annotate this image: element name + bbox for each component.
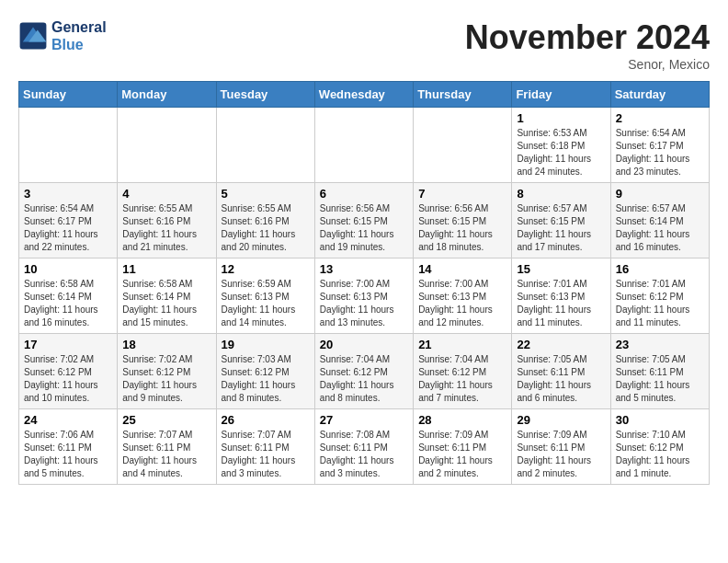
day-number: 8 <box>517 187 605 201</box>
day-number: 17 <box>24 338 112 351</box>
day-number: 10 <box>24 262 112 276</box>
day-info: Sunrise: 7:01 AM Sunset: 6:13 PM Dayligh… <box>517 278 605 329</box>
day-info: Sunrise: 6:58 AM Sunset: 6:14 PM Dayligh… <box>122 278 210 329</box>
day-cell: 1Sunrise: 6:53 AM Sunset: 6:18 PM Daylig… <box>512 108 610 183</box>
day-info: Sunrise: 7:03 AM Sunset: 6:12 PM Dayligh… <box>222 353 310 405</box>
day-cell: 5Sunrise: 6:55 AM Sunset: 6:16 PM Daylig… <box>216 183 314 259</box>
day-info: Sunrise: 7:05 AM Sunset: 6:11 PM Dayligh… <box>517 353 605 405</box>
day-number: 2 <box>616 111 704 125</box>
day-cell: 25Sunrise: 7:07 AM Sunset: 6:11 PM Dayli… <box>118 409 216 485</box>
header-day-wednesday: Wednesday <box>314 82 413 108</box>
day-info: Sunrise: 7:04 AM Sunset: 6:12 PM Dayligh… <box>320 353 408 405</box>
day-number: 3 <box>24 187 112 201</box>
day-number: 24 <box>24 413 112 427</box>
day-cell <box>314 108 413 183</box>
day-number: 28 <box>418 413 506 427</box>
day-info: Sunrise: 6:55 AM Sunset: 6:16 PM Dayligh… <box>222 202 310 254</box>
day-info: Sunrise: 7:10 AM Sunset: 6:12 PM Dayligh… <box>616 429 704 480</box>
title-section: November 2024 Senor, Mexico <box>465 18 710 72</box>
day-cell: 26Sunrise: 7:07 AM Sunset: 6:11 PM Dayli… <box>216 409 314 485</box>
day-info: Sunrise: 6:58 AM Sunset: 6:14 PM Dayligh… <box>24 278 112 329</box>
day-info: Sunrise: 7:07 AM Sunset: 6:11 PM Dayligh… <box>222 429 310 480</box>
day-info: Sunrise: 6:55 AM Sunset: 6:16 PM Dayligh… <box>122 202 210 254</box>
header-day-friday: Friday <box>512 82 610 108</box>
day-number: 22 <box>517 338 605 351</box>
week-row-2: 3Sunrise: 6:54 AM Sunset: 6:17 PM Daylig… <box>19 183 710 259</box>
day-cell <box>216 108 314 183</box>
logo: General Blue <box>18 18 107 53</box>
header-day-monday: Monday <box>118 82 216 108</box>
day-number: 6 <box>320 187 408 201</box>
day-cell: 16Sunrise: 7:01 AM Sunset: 6:12 PM Dayli… <box>610 259 709 334</box>
day-info: Sunrise: 6:57 AM Sunset: 6:14 PM Dayligh… <box>616 202 704 254</box>
day-cell: 7Sunrise: 6:56 AM Sunset: 6:15 PM Daylig… <box>414 183 512 259</box>
day-cell: 18Sunrise: 7:02 AM Sunset: 6:12 PM Dayli… <box>118 334 216 409</box>
day-cell: 10Sunrise: 6:58 AM Sunset: 6:14 PM Dayli… <box>19 259 118 334</box>
week-row-1: 1Sunrise: 6:53 AM Sunset: 6:18 PM Daylig… <box>19 108 710 183</box>
day-cell: 3Sunrise: 6:54 AM Sunset: 6:17 PM Daylig… <box>19 183 118 259</box>
day-number: 27 <box>320 413 408 427</box>
day-info: Sunrise: 7:02 AM Sunset: 6:12 PM Dayligh… <box>122 353 210 405</box>
header-day-tuesday: Tuesday <box>216 82 314 108</box>
day-info: Sunrise: 6:54 AM Sunset: 6:17 PM Dayligh… <box>616 127 704 178</box>
day-cell: 28Sunrise: 7:09 AM Sunset: 6:11 PM Dayli… <box>414 409 512 485</box>
day-cell <box>118 108 216 183</box>
header-day-saturday: Saturday <box>610 82 709 108</box>
page-header: General Blue November 2024 Senor, Mexico <box>18 18 710 72</box>
day-number: 29 <box>517 413 605 427</box>
day-cell: 8Sunrise: 6:57 AM Sunset: 6:15 PM Daylig… <box>512 183 610 259</box>
day-cell: 12Sunrise: 6:59 AM Sunset: 6:13 PM Dayli… <box>216 259 314 334</box>
month-title: November 2024 <box>465 18 710 57</box>
day-number: 23 <box>616 338 704 351</box>
day-info: Sunrise: 6:59 AM Sunset: 6:13 PM Dayligh… <box>222 278 310 329</box>
day-info: Sunrise: 7:00 AM Sunset: 6:13 PM Dayligh… <box>418 278 506 329</box>
day-cell: 4Sunrise: 6:55 AM Sunset: 6:16 PM Daylig… <box>118 183 216 259</box>
day-cell: 14Sunrise: 7:00 AM Sunset: 6:13 PM Dayli… <box>414 259 512 334</box>
day-number: 25 <box>122 413 210 427</box>
day-info: Sunrise: 6:56 AM Sunset: 6:15 PM Dayligh… <box>320 202 408 254</box>
calendar-header: SundayMondayTuesdayWednesdayThursdayFrid… <box>19 82 710 108</box>
day-info: Sunrise: 6:54 AM Sunset: 6:17 PM Dayligh… <box>24 202 112 254</box>
week-row-3: 10Sunrise: 6:58 AM Sunset: 6:14 PM Dayli… <box>19 259 710 334</box>
day-info: Sunrise: 7:05 AM Sunset: 6:11 PM Dayligh… <box>616 353 704 405</box>
logo-icon <box>18 21 48 51</box>
calendar-table: SundayMondayTuesdayWednesdayThursdayFrid… <box>18 81 710 485</box>
day-number: 12 <box>222 262 310 276</box>
day-number: 14 <box>418 262 506 276</box>
day-info: Sunrise: 7:09 AM Sunset: 6:11 PM Dayligh… <box>517 429 605 480</box>
day-number: 13 <box>320 262 408 276</box>
day-cell: 27Sunrise: 7:08 AM Sunset: 6:11 PM Dayli… <box>314 409 413 485</box>
day-info: Sunrise: 7:00 AM Sunset: 6:13 PM Dayligh… <box>320 278 408 329</box>
day-number: 5 <box>222 187 310 201</box>
day-cell: 6Sunrise: 6:56 AM Sunset: 6:15 PM Daylig… <box>314 183 413 259</box>
calendar-body: 1Sunrise: 6:53 AM Sunset: 6:18 PM Daylig… <box>19 108 710 485</box>
location: Senor, Mexico <box>465 57 710 72</box>
day-number: 19 <box>222 338 310 351</box>
day-number: 9 <box>616 187 704 201</box>
day-number: 15 <box>517 262 605 276</box>
day-cell: 13Sunrise: 7:00 AM Sunset: 6:13 PM Dayli… <box>314 259 413 334</box>
day-info: Sunrise: 7:07 AM Sunset: 6:11 PM Dayligh… <box>122 429 210 480</box>
day-cell: 21Sunrise: 7:04 AM Sunset: 6:12 PM Dayli… <box>414 334 512 409</box>
header-row: SundayMondayTuesdayWednesdayThursdayFrid… <box>19 82 710 108</box>
day-number: 7 <box>418 187 506 201</box>
day-number: 4 <box>122 187 210 201</box>
day-cell: 24Sunrise: 7:06 AM Sunset: 6:11 PM Dayli… <box>19 409 118 485</box>
header-day-thursday: Thursday <box>414 82 512 108</box>
header-day-sunday: Sunday <box>19 82 118 108</box>
day-info: Sunrise: 7:02 AM Sunset: 6:12 PM Dayligh… <box>24 353 112 405</box>
week-row-5: 24Sunrise: 7:06 AM Sunset: 6:11 PM Dayli… <box>19 409 710 485</box>
day-info: Sunrise: 7:04 AM Sunset: 6:12 PM Dayligh… <box>418 353 506 405</box>
day-cell: 15Sunrise: 7:01 AM Sunset: 6:13 PM Dayli… <box>512 259 610 334</box>
day-cell: 9Sunrise: 6:57 AM Sunset: 6:14 PM Daylig… <box>610 183 709 259</box>
day-cell: 17Sunrise: 7:02 AM Sunset: 6:12 PM Dayli… <box>19 334 118 409</box>
day-info: Sunrise: 7:09 AM Sunset: 6:11 PM Dayligh… <box>418 429 506 480</box>
day-number: 18 <box>122 338 210 351</box>
day-info: Sunrise: 6:53 AM Sunset: 6:18 PM Dayligh… <box>517 127 605 178</box>
day-number: 16 <box>616 262 704 276</box>
day-cell: 11Sunrise: 6:58 AM Sunset: 6:14 PM Dayli… <box>118 259 216 334</box>
day-cell <box>19 108 118 183</box>
day-number: 26 <box>222 413 310 427</box>
day-info: Sunrise: 6:57 AM Sunset: 6:15 PM Dayligh… <box>517 202 605 254</box>
day-number: 1 <box>517 111 605 125</box>
